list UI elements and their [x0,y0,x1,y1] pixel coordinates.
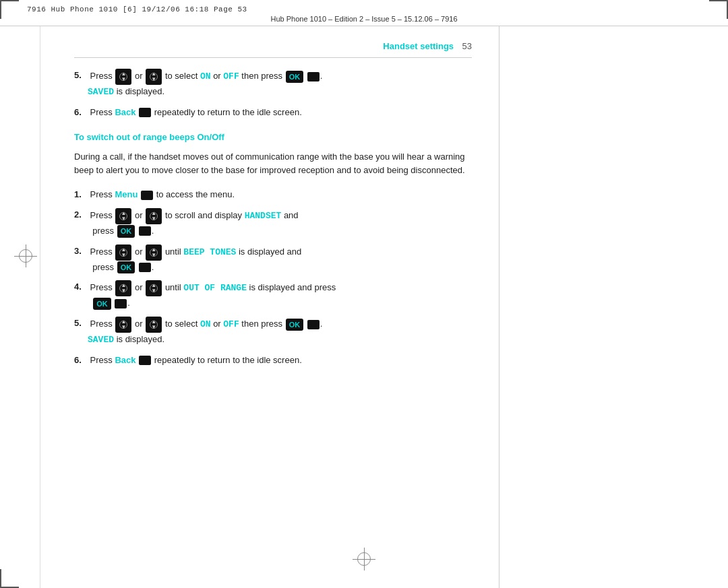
menu-label-1b: Menu [115,189,138,199]
out-of-range-text-4b: OUT OF RANGE [183,284,247,294]
step-content-5a: Press ▲▼ or ▲▼ to select ON or OFF then … [88,69,472,99]
section2-heading: To switch out of range beeps On/Off [74,132,472,142]
black-sq-2b [139,226,151,236]
ok-btn-4b: OK [93,298,111,311]
nav-up-btn-5b: ▲▼ [115,317,131,333]
page-title: Handset settings [383,41,454,51]
section2-description: During a call, if the handset moves out … [74,150,472,177]
step-6b: 6. Press Back repeatedly to return to th… [74,354,472,367]
ok-btn-5b: OK [286,319,304,331]
back-label-6b: Back [115,355,135,365]
page-content: Handset settings 53 5. Press ▲▼ or ▲▼ to… [0,26,728,588]
black-sq-5b [307,320,320,329]
step-number-6a: 6. [74,106,88,119]
left-margin [0,26,40,588]
nav-down-btn-3b: ▲▼ [146,244,162,261]
main-content: Handset settings 53 5. Press ▲▼ or ▲▼ to… [40,26,499,588]
back-label-6a: Back [115,107,135,117]
page-header: 7916 Hub Phone 1010 [6] 19/12/06 16:18 P… [0,0,728,26]
nav-up-btn-4b: ▲▼ [115,280,131,296]
right-margin [499,26,728,588]
ok-btn-5a: OK [286,71,304,84]
step-number-2b: 2. [74,208,88,238]
step-5b: 5. Press ▲▼ or ▲▼ to select ON or OFF th… [74,317,472,347]
step-content-6a: Press Back repeatedly to return to the i… [88,106,472,119]
page-wrapper: 7916 Hub Phone 1010 [6] 19/12/06 16:18 P… [0,0,728,588]
step-number-4b: 4. [74,280,88,310]
nav-up-btn-3b: ▲▼ [115,244,131,261]
step-content-1b: Press Menu to access the menu. [88,188,472,201]
step-1b: 1. Press Menu to access the menu. [74,188,472,201]
nav-down-btn-5b: ▲▼ [146,317,162,333]
black-sq-4b [115,299,127,308]
saved-text-5a: SAVED [88,87,114,97]
ok-btn-2b: OK [117,225,135,238]
beep-tones-text-3b: BEEP TONES [183,247,236,257]
step-6a: 6. Press Back repeatedly to return to th… [74,106,472,119]
step-5a: 5. Press ▲▼ or ▲▼ to select ON or OFF th… [74,69,472,99]
step-content-4b: Press ▲▼ or ▲▼ until OUT OF RANGE is dis… [88,280,472,310]
black-sq-6a [139,108,151,117]
on-text-5b: ON [200,320,211,330]
step-content-5b: Press ▲▼ or ▲▼ to select ON or OFF then … [88,317,472,347]
page-title-area: Handset settings 53 [74,40,472,58]
nav-up-btn-5a: ▲▼ [115,69,131,85]
header-top-line: 7916 Hub Phone 1010 [6] 19/12/06 16:18 P… [27,5,701,13]
handset-text-2b: HANDSET [245,211,282,221]
step-number-5a: 5. [74,69,88,99]
step-number-1b: 1. [74,188,88,201]
nav-down-btn-2b: ▲▼ [146,208,162,224]
step-number-3b: 3. [74,244,88,274]
off-text-5a: OFF [223,71,239,81]
ok-btn-3b: OK [117,261,135,274]
or-text-5a: or [135,71,145,81]
page-number: 53 [462,41,472,51]
off-text-5b: OFF [223,320,239,330]
nav-up-btn-2b: ▲▼ [115,208,131,224]
on-text-5a: ON [200,71,211,81]
step-content-2b: Press ▲▼ or ▲▼ to scroll and display HAN… [88,208,472,238]
nav-down-btn-5a: ▲▼ [146,69,162,85]
saved-text-5b: SAVED [88,335,114,345]
black-sq-3b [139,263,151,272]
step-number-5b: 5. [74,317,88,347]
header-sub-line: Hub Phone 1010 – Edition 2 – Issue 5 – 1… [27,15,701,23]
step-number-6b: 6. [74,354,88,367]
step-4b: 4. Press ▲▼ or ▲▼ until OUT OF RANGE is … [74,280,472,310]
nav-down-btn-4b: ▲▼ [146,280,162,296]
step-content-3b: Press ▲▼ or ▲▼ until BEEP TONES is displ… [88,244,472,274]
black-sq-1b [141,191,153,200]
step-content-6b: Press Back repeatedly to return to the i… [88,354,472,367]
step-2b: 2. Press ▲▼ or ▲▼ to scroll and display … [74,208,472,238]
black-sq-5a [307,72,320,81]
step-3b: 3. Press ▲▼ or ▲▼ until BEEP TONES is di… [74,244,472,274]
black-sq-6b [139,356,151,365]
